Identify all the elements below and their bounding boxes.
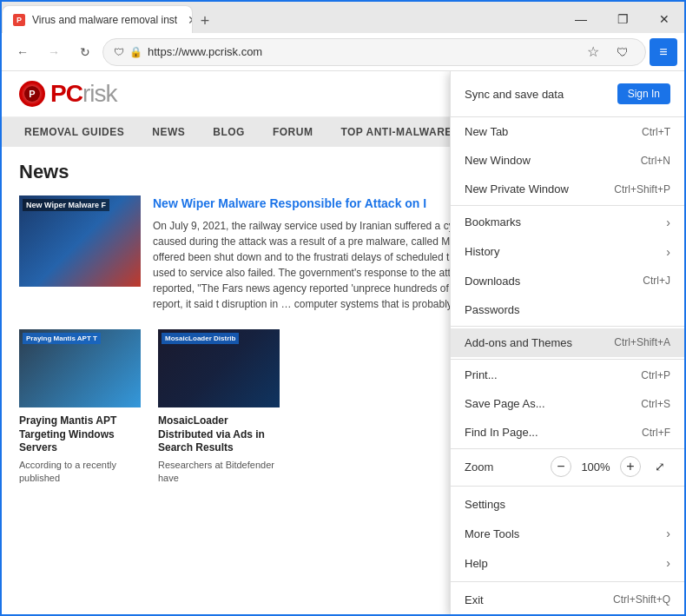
- menu-sync-title: Sync and save data: [465, 88, 564, 101]
- maximize-button[interactable]: ❐: [603, 5, 643, 33]
- new-tab-button[interactable]: +: [193, 9, 217, 33]
- menu-item-more-tools[interactable]: More Tools ›: [451, 519, 684, 548]
- content-area: P PCrisk REMOVAL GUIDES NEWS BLOG FORUM …: [2, 71, 684, 614]
- card-2-body: Researchers at Bitdefender have: [158, 459, 280, 486]
- menu-divider-2: [451, 326, 684, 327]
- card-2-title[interactable]: MosaicLoader Distributed via Ads in Sear…: [158, 414, 280, 455]
- tab-title: Virus and malware removal inst: [32, 14, 177, 26]
- menu-divider-5: [451, 486, 684, 487]
- menu-item-save-page[interactable]: Save Page As... Ctrl+S: [451, 389, 684, 418]
- sign-in-button[interactable]: Sign In: [617, 83, 670, 104]
- zoom-label: Zoom: [465, 460, 542, 474]
- menu-item-bookmarks[interactable]: Bookmarks ›: [451, 208, 684, 237]
- zoom-fullscreen-button[interactable]: ⤢: [650, 456, 670, 477]
- browser-window: P Virus and malware removal inst ✕ + — ❐…: [0, 0, 686, 616]
- menu-item-settings[interactable]: Settings: [451, 490, 684, 519]
- zoom-value-display: 100%: [580, 460, 611, 474]
- nav-top-anti-malware[interactable]: TOP ANTI-MALWARE: [327, 117, 465, 147]
- zoom-decrease-button[interactable]: −: [551, 456, 571, 477]
- menu-item-history[interactable]: History ›: [451, 237, 684, 267]
- card-1-title[interactable]: Praying Mantis APT Targeting Windows Ser…: [19, 414, 141, 455]
- minimize-button[interactable]: —: [561, 5, 601, 33]
- menu-item-new-private-window[interactable]: New Private Window Ctrl+Shift+P: [451, 175, 684, 203]
- nav-removal-guides[interactable]: REMOVAL GUIDES: [10, 117, 138, 147]
- close-button[interactable]: ✕: [644, 5, 684, 33]
- featured-article-thumbnail: New Wiper Malware F: [19, 195, 141, 287]
- nav-news[interactable]: NEWS: [138, 117, 199, 147]
- url-text: https://www.pcrisk.com: [148, 45, 576, 58]
- browser-menu-dropdown: Sync and save data Sign In New Tab Ctrl+…: [450, 71, 684, 614]
- site-logo: P PCrisk: [19, 80, 116, 108]
- lock-icon: 🔒: [129, 46, 142, 58]
- menu-item-help[interactable]: Help ›: [451, 548, 684, 578]
- logo-circle-icon: P: [19, 81, 45, 107]
- card-1-body: According to a recently published: [19, 459, 141, 486]
- menu-item-new-window[interactable]: New Window Ctrl+N: [451, 146, 684, 175]
- menu-divider-3: [451, 359, 684, 360]
- tab-favicon: P: [13, 14, 25, 26]
- menu-item-addons[interactable]: Add-ons and Themes Ctrl+Shift+A: [451, 328, 684, 357]
- refresh-button[interactable]: ↻: [71, 38, 99, 66]
- menu-item-passwords[interactable]: Passwords: [451, 295, 684, 324]
- nav-blog[interactable]: BLOG: [199, 117, 259, 147]
- menu-sync-section: Sync and save data Sign In: [451, 71, 684, 117]
- forward-button[interactable]: →: [40, 38, 68, 66]
- menu-item-find-in-page[interactable]: Find In Page... Ctrl+F: [451, 418, 684, 447]
- card-2-thumbnail: MosaicLoader Distrib: [158, 329, 280, 407]
- nav-forum[interactable]: FORUM: [259, 117, 327, 147]
- window-controls: — ❐ ✕: [561, 5, 684, 33]
- zoom-increase-button[interactable]: +: [620, 456, 641, 477]
- tab-bar: P Virus and malware removal inst ✕ + — ❐…: [2, 2, 684, 33]
- menu-divider-6: [451, 581, 684, 582]
- address-bar[interactable]: 🛡 🔒 https://www.pcrisk.com ☆ 🛡: [102, 38, 646, 66]
- menu-item-downloads[interactable]: Downloads Ctrl+J: [451, 267, 684, 295]
- shield-icon: 🛡: [114, 46, 124, 58]
- menu-item-new-tab[interactable]: New Tab Ctrl+T: [451, 117, 684, 146]
- card-1-thumbnail: Praying Mantis APT T: [19, 329, 141, 407]
- card-2-label: MosaicLoader Distrib: [162, 333, 239, 344]
- navigation-bar: ← → ↻ 🛡 🔒 https://www.pcrisk.com ☆ 🛡 ≡: [2, 33, 684, 71]
- news-card-1: Praying Mantis APT T Praying Mantis APT …: [19, 329, 141, 486]
- bookmark-star-icon[interactable]: ☆: [581, 40, 605, 64]
- menu-item-exit[interactable]: Exit Ctrl+Shift+Q: [451, 586, 684, 614]
- svg-text:P: P: [29, 89, 35, 99]
- shield-extension-icon[interactable]: 🛡: [610, 40, 635, 64]
- menu-divider-4: [451, 448, 684, 449]
- back-button[interactable]: ←: [9, 38, 36, 66]
- card-1-label: Praying Mantis APT T: [23, 333, 101, 344]
- thumbnail-label: New Wiper Malware F: [23, 199, 109, 211]
- menu-divider-1: [451, 205, 684, 206]
- menu-item-print[interactable]: Print... Ctrl+P: [451, 361, 684, 389]
- zoom-control: Zoom − 100% + ⤢: [451, 451, 684, 482]
- active-tab[interactable]: P Virus and malware removal inst ✕: [2, 5, 193, 33]
- firefox-menu-button[interactable]: ≡: [650, 38, 677, 66]
- news-card-2: MosaicLoader Distrib MosaicLoader Distri…: [158, 329, 280, 486]
